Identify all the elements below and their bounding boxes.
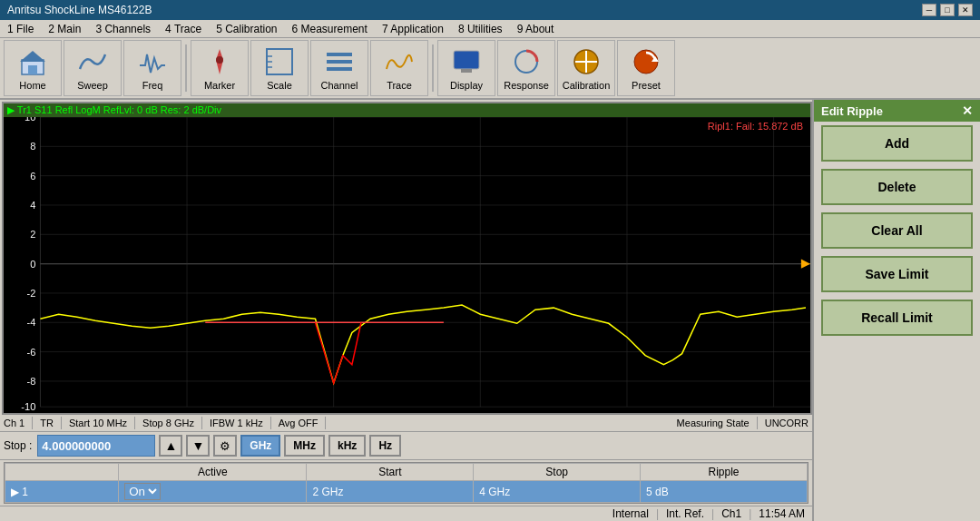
toolbar-btn-label-channel: Channel xyxy=(321,80,358,91)
menu-bar: 1 File2 Main3 Channels4 Trace5 Calibrati… xyxy=(0,20,980,38)
ghz-button[interactable]: GHz xyxy=(240,435,280,457)
sep5 xyxy=(270,417,271,429)
toolbar-btn-label-preset: Preset xyxy=(632,80,661,91)
ch-label: Ch 1 xyxy=(4,418,24,428)
toolbar-btn-sweep[interactable]: Sweep xyxy=(64,40,122,96)
main-content: ▶ Tr1 S11 Refl LogM RefLvl: 0 dB Res: 2 … xyxy=(0,100,980,521)
add-button[interactable]: Add xyxy=(821,125,973,162)
tr-label: TR xyxy=(40,418,54,428)
svg-text:-4: -4 xyxy=(26,317,35,328)
toolbar-btn-display[interactable]: Display xyxy=(437,40,495,96)
recall-limit-button[interactable]: Recall Limit xyxy=(821,300,973,336)
toolbar-btn-scale[interactable]: Scale xyxy=(250,40,309,96)
preset-icon xyxy=(630,45,662,78)
svg-rect-11 xyxy=(327,67,352,71)
marker-icon xyxy=(203,45,236,78)
toolbar-btn-freq[interactable]: Freq xyxy=(123,40,181,96)
home-icon xyxy=(16,45,49,78)
toolbar-btn-channel[interactable]: Channel xyxy=(310,40,368,96)
menu-item-8utilities[interactable]: 8 Utilities xyxy=(451,21,510,37)
panel-header: Edit Ripple ✕ xyxy=(814,100,980,122)
freq-icon xyxy=(136,45,169,78)
menu-item-6measurement[interactable]: 6 Measurement xyxy=(285,21,375,37)
toolbar-btn-home[interactable]: Home xyxy=(4,40,62,96)
toolbar-separator xyxy=(185,44,187,92)
trace-icon xyxy=(383,45,416,78)
down-arrow-button[interactable]: ▼ xyxy=(186,435,210,457)
row-start: 2 GHz xyxy=(307,481,474,503)
toolbar-btn-label-display: Display xyxy=(450,80,483,91)
right-panel: Edit Ripple ✕ Add Delete Clear All Save … xyxy=(812,100,980,521)
toolbar-btn-label-home: Home xyxy=(19,80,45,91)
row-active: OnOff xyxy=(119,481,307,503)
svg-rect-9 xyxy=(327,53,352,56)
toolbar-btn-label-response: Response xyxy=(504,80,549,91)
sep-b3: | xyxy=(749,507,751,520)
clear-all-button[interactable]: Clear All xyxy=(821,212,973,249)
menu-item-2main[interactable]: 2 Main xyxy=(41,21,88,37)
toolbar-btn-label-trace: Trace xyxy=(387,80,412,91)
khz-button[interactable]: kHz xyxy=(328,435,366,457)
settings-button[interactable]: ⚙ xyxy=(213,435,237,457)
col-stop: Stop xyxy=(474,464,641,481)
menu-item-4trace[interactable]: 4 Trace xyxy=(158,21,209,37)
menu-item-1file[interactable]: 1 File xyxy=(0,21,41,37)
toolbar-btn-response[interactable]: Response xyxy=(497,40,555,96)
toolbar-btn-label-calibration: Calibration xyxy=(563,80,611,91)
int-ref-label: Int. Ref. xyxy=(666,507,704,520)
stop-input[interactable] xyxy=(37,435,155,457)
table-row[interactable]: ▶ 1 OnOff 2 GHz 4 GHz 5 dB xyxy=(5,481,808,503)
corr-label: UNCORR xyxy=(765,418,808,428)
toolbar-btn-label-marker: Marker xyxy=(204,80,235,91)
panel-close-button[interactable]: ✕ xyxy=(962,103,973,118)
svg-marker-1 xyxy=(20,51,45,62)
maximize-button[interactable]: □ xyxy=(940,4,955,16)
stop-label: Stop 8 GHz xyxy=(142,418,194,428)
svg-text:6: 6 xyxy=(30,171,35,182)
svg-text:4: 4 xyxy=(30,200,35,211)
minimize-button[interactable]: ─ xyxy=(922,4,936,16)
measuring-label: Measuring State xyxy=(677,418,750,428)
svg-rect-2 xyxy=(28,65,37,74)
hz-button[interactable]: Hz xyxy=(369,435,401,457)
menu-item-5calibration[interactable]: 5 Calibration xyxy=(209,21,284,37)
stop-label: Stop : xyxy=(4,439,32,452)
up-arrow-button[interactable]: ▲ xyxy=(159,435,182,457)
toolbar-btn-label-freq: Freq xyxy=(142,80,163,91)
sep1 xyxy=(32,417,33,429)
scale-icon xyxy=(263,45,296,78)
toolbar-btn-preset[interactable]: Preset xyxy=(617,40,675,96)
toolbar-btn-calibration[interactable]: Calibration xyxy=(557,40,615,96)
input-row: Stop : ▲ ▼ ⚙ GHz MHz kHz Hz xyxy=(0,432,812,460)
svg-text:-6: -6 xyxy=(26,347,35,358)
ripple-table: Active Start Stop Ripple ▶ 1 OnOff 2 GHz… xyxy=(5,463,808,503)
active-select[interactable]: OnOff xyxy=(124,483,161,500)
svg-text:-2: -2 xyxy=(26,288,35,299)
menu-item-3channels[interactable]: 3 Channels xyxy=(88,21,158,37)
row-stop[interactable]: 4 GHz xyxy=(474,481,641,503)
status-bar: Ch 1 TR Start 10 MHz Stop 8 GHz IFBW 1 k… xyxy=(0,415,812,432)
app-title: Anritsu ShockLine MS46122B xyxy=(7,4,152,16)
row-ripple: 5 dB xyxy=(641,481,808,503)
svg-text:2: 2 xyxy=(30,229,35,240)
avg-label: Avg OFF xyxy=(279,418,318,428)
trace-info: ▶ Tr1 S11 Refl LogM RefLvl: 0 dB Res: 2 … xyxy=(7,104,221,116)
menu-item-9about[interactable]: 9 About xyxy=(510,21,562,37)
svg-text:-10: -10 xyxy=(21,401,35,410)
chart-plot: Ripl1: Fail: 15.872 dB xyxy=(4,117,810,410)
toolbar-btn-marker[interactable]: Marker xyxy=(191,40,249,96)
svg-text:0: 0 xyxy=(30,259,35,270)
response-icon xyxy=(510,45,543,78)
sweep-icon xyxy=(76,45,109,78)
start-label: Start 10 MHz xyxy=(69,418,127,428)
toolbar-btn-label-sweep: Sweep xyxy=(77,80,108,91)
channel-icon xyxy=(323,45,356,78)
mhz-button[interactable]: MHz xyxy=(284,435,325,457)
delete-button[interactable]: Delete xyxy=(821,169,973,205)
toolbar-btn-trace[interactable]: Trace xyxy=(370,40,428,96)
chart-svg: 10 8 6 4 2 0 -2 -4 -6 -8 -10 10 MHz 1.61… xyxy=(4,117,810,410)
save-limit-button[interactable]: Save Limit xyxy=(821,256,973,292)
close-button[interactable]: ✕ xyxy=(958,4,973,16)
menu-item-7application[interactable]: 7 Application xyxy=(375,21,451,37)
col-num xyxy=(5,464,119,481)
